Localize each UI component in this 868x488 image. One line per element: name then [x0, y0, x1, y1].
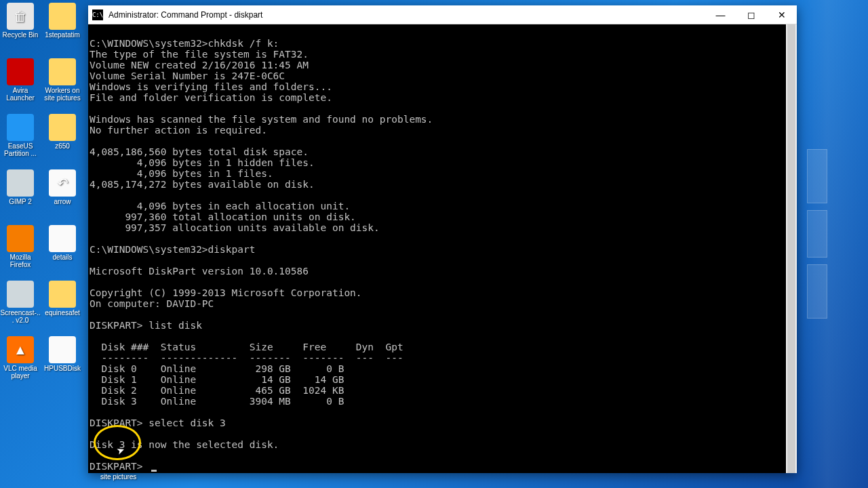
- desktop-icon-image: [49, 3, 76, 30]
- desktop-icon-label: Mozilla Firefox: [0, 253, 41, 268]
- desktop-icon[interactable]: HPUSBDisk: [42, 336, 83, 389]
- cmd-icon: C:\: [92, 9, 103, 20]
- titlebar[interactable]: C:\ Administrator: Command Prompt - disk…: [88, 5, 797, 24]
- desktop-icon[interactable]: Screencast-... v2.0: [0, 281, 41, 333]
- desktop-icon-image: [49, 58, 76, 85]
- desktop-icon-image: [49, 336, 76, 363]
- desktop-icon[interactable]: Workers on site pictures: [42, 58, 83, 111]
- desktop-icon[interactable]: EaseUS Partition ...: [0, 114, 41, 167]
- desktop-icon-image: 🗑: [7, 3, 34, 30]
- terminal-output[interactable]: C:\WINDOWS\system32>chkdsk /f k: The typ…: [88, 24, 797, 473]
- desktop-icon[interactable]: ▲VLC media player: [0, 336, 41, 389]
- desktop-icon-image: [49, 225, 76, 252]
- window-controls: — ◻ ✕: [705, 5, 797, 24]
- desktop-icon-label: details: [42, 253, 83, 261]
- desktop-icon-image: [7, 281, 34, 308]
- desktop-icon-image: ↶: [49, 169, 76, 197]
- desktop-icon[interactable]: GIMP 2: [0, 169, 41, 222]
- maximize-button[interactable]: ◻: [736, 5, 766, 24]
- desktop-icon[interactable]: 🗑Recycle Bin: [0, 3, 41, 56]
- desktop-icon[interactable]: 1stepatatim: [42, 3, 83, 56]
- desktop-icon-image: [49, 281, 76, 308]
- desktop-icon-label: EaseUS Partition ...: [0, 142, 41, 157]
- command-prompt-window: C:\ Administrator: Command Prompt - disk…: [88, 5, 797, 473]
- scrollbar[interactable]: [786, 24, 797, 473]
- minimize-button[interactable]: —: [705, 5, 736, 24]
- desktop-icon-label: arrow: [42, 198, 83, 205]
- desktop-icon[interactable]: ↶arrow: [42, 169, 83, 222]
- desktop-icon-label: GIMP 2: [0, 198, 41, 205]
- stray-desktop-label: site pictures: [100, 473, 136, 481]
- desktop-icon-label: VLC media player: [0, 365, 41, 380]
- desktop-icon-image: [7, 225, 34, 252]
- window-title: Administrator: Command Prompt - diskpart: [108, 10, 705, 20]
- desktop-icon-image: ▲: [7, 336, 34, 363]
- desktop-icon-label: equinesafet: [42, 309, 83, 317]
- desktop-icon-label: Avira Launcher: [0, 87, 41, 102]
- desktop-icon[interactable]: Avira Launcher: [0, 58, 41, 111]
- desktop-icon-image: [7, 169, 34, 197]
- desktop-icon-image: [7, 58, 34, 85]
- desktop-area: 🗑Recycle Bin1stepatatimAvira LauncherWor…: [0, 0, 88, 488]
- desktop-icon-label: Workers on site pictures: [42, 87, 83, 102]
- terminal-cursor: [151, 470, 157, 472]
- desktop-icon-image: [49, 114, 76, 141]
- desktop-icon-image: [7, 114, 34, 141]
- desktop-icon[interactable]: Mozilla Firefox: [0, 225, 41, 278]
- desktop-icon[interactable]: equinesafet: [42, 281, 83, 333]
- close-button[interactable]: ✕: [766, 5, 797, 24]
- wallpaper-right-edge: [800, 0, 868, 488]
- desktop-icon-label: Recycle Bin: [0, 31, 41, 39]
- desktop-icon-label: HPUSBDisk: [42, 365, 83, 372]
- desktop-icon-label: Screencast-... v2.0: [0, 309, 41, 324]
- desktop-icon-label: z650: [42, 142, 83, 150]
- scrollbar-thumb[interactable]: [787, 24, 795, 473]
- desktop-icon[interactable]: details: [42, 225, 83, 278]
- desktop-icon[interactable]: z650: [42, 114, 83, 167]
- desktop-icon-label: 1stepatatim: [42, 31, 83, 39]
